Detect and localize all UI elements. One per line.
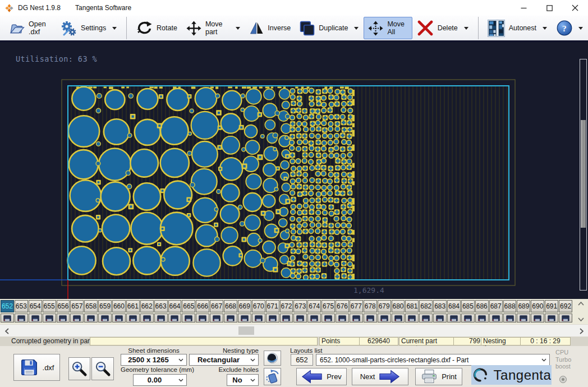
hscroll-thumb[interactable] xyxy=(238,326,254,335)
layout-save-button-668[interactable] xyxy=(224,314,237,322)
layout-id-button-687[interactable]: 687 xyxy=(489,300,503,312)
toolbar-button-move-part[interactable]: Move part xyxy=(182,17,234,39)
layout-id-button-657[interactable]: 657 xyxy=(70,300,84,312)
close-button[interactable] xyxy=(562,0,588,16)
layout-save-button-683[interactable] xyxy=(433,314,447,322)
layouts-number-field[interactable]: 652 xyxy=(291,354,313,366)
layout-id-button-681[interactable]: 681 xyxy=(405,300,419,312)
layout-id-button-671[interactable]: 671 xyxy=(266,300,279,312)
layout-id-button-685[interactable]: 685 xyxy=(461,300,475,312)
strip-scroll-up-button[interactable] xyxy=(578,302,584,306)
layout-id-button-675[interactable]: 675 xyxy=(321,300,335,312)
layout-save-button-688[interactable] xyxy=(503,314,517,322)
prev-button[interactable]: Prev xyxy=(296,368,347,385)
layout-id-button-669[interactable]: 669 xyxy=(238,300,251,312)
layout-save-button-673[interactable] xyxy=(293,314,307,322)
layouts-list-select[interactable]: 652. 1000-small-parts-circles-rectangles… xyxy=(316,354,550,366)
layout-save-button-684[interactable] xyxy=(447,314,461,322)
strip-scroll-down-button[interactable] xyxy=(578,317,584,321)
layout-save-button-655[interactable] xyxy=(43,314,56,322)
toolbar-button-inverse[interactable]: Inverse xyxy=(245,18,295,38)
view-sphere-button[interactable] xyxy=(264,351,281,366)
layout-id-button-691[interactable]: 691 xyxy=(545,300,558,312)
layout-id-button-684[interactable]: 684 xyxy=(447,300,461,312)
layout-id-button-674[interactable]: 674 xyxy=(307,300,321,312)
canvas-vscroll-thumb[interactable] xyxy=(581,120,586,228)
layout-id-button-670[interactable]: 670 xyxy=(252,300,265,312)
layout-save-button-670[interactable] xyxy=(252,314,265,322)
layout-save-button-675[interactable] xyxy=(321,314,335,322)
layout-save-button-672[interactable] xyxy=(280,314,293,322)
layout-id-button-661[interactable]: 661 xyxy=(126,300,140,312)
layout-id-button-686[interactable]: 686 xyxy=(475,300,489,312)
layout-save-button-657[interactable] xyxy=(70,314,84,322)
layout-save-button-669[interactable] xyxy=(238,314,251,322)
layout-save-button-652[interactable] xyxy=(1,314,14,322)
toolbar-button-autonest[interactable]: Autonest xyxy=(483,16,541,40)
layout-id-button-688[interactable]: 688 xyxy=(503,300,517,312)
layout-save-button-663[interactable] xyxy=(154,314,168,322)
layout-save-button-665[interactable] xyxy=(182,314,195,322)
layout-id-button-683[interactable]: 683 xyxy=(433,300,447,312)
toolbar-dropdown-delete[interactable] xyxy=(462,25,470,32)
toolbar-button-duplicate[interactable]: Duplicate xyxy=(295,17,352,39)
layout-save-button-664[interactable] xyxy=(168,314,182,322)
layout-save-button-689[interactable] xyxy=(517,314,530,322)
toolbar-button-settings[interactable]: Settings xyxy=(57,17,111,39)
layout-id-button-652[interactable]: 652 xyxy=(1,300,14,312)
layout-save-button-674[interactable] xyxy=(307,314,321,322)
minimize-button[interactable] xyxy=(511,0,536,16)
layout-id-button-672[interactable]: 672 xyxy=(280,300,293,312)
layout-save-button-687[interactable] xyxy=(489,314,503,322)
toolbar-dropdown-help-icon[interactable] xyxy=(577,25,585,32)
zoom-in-button[interactable] xyxy=(68,357,90,380)
layout-save-button-666[interactable] xyxy=(196,314,209,322)
layout-save-button-685[interactable] xyxy=(461,314,475,322)
toolbar-button-help-icon[interactable]: ? xyxy=(552,17,577,39)
layout-save-button-681[interactable] xyxy=(405,314,419,322)
layout-id-button-659[interactable]: 659 xyxy=(98,300,112,312)
cpu-turbo-boost-radio[interactable] xyxy=(559,376,567,383)
scroll-right-button[interactable] xyxy=(576,325,587,337)
layout-id-button-682[interactable]: 682 xyxy=(419,300,433,312)
layout-id-button-677[interactable]: 677 xyxy=(350,300,363,312)
layout-save-button-692[interactable] xyxy=(559,314,572,322)
layout-save-button-680[interactable] xyxy=(392,314,405,322)
layout-save-button-658[interactable] xyxy=(84,314,98,322)
layout-id-button-656[interactable]: 656 xyxy=(57,300,70,312)
rotate-sheet-button[interactable] xyxy=(264,368,281,385)
toolbar-button-open-dxf[interactable]: Open .dxf xyxy=(4,17,57,39)
layout-save-button-660[interactable] xyxy=(112,314,126,322)
maximize-button[interactable] xyxy=(536,0,562,16)
layout-save-button-682[interactable] xyxy=(419,314,433,322)
save-dxf-button[interactable]: .dxf xyxy=(13,354,60,381)
layout-id-button-690[interactable]: 690 xyxy=(531,300,544,312)
layout-save-button-653[interactable] xyxy=(15,314,28,322)
layout-id-button-673[interactable]: 673 xyxy=(293,300,307,312)
layout-save-button-662[interactable] xyxy=(140,314,154,322)
layout-save-button-690[interactable] xyxy=(531,314,544,322)
layout-save-button-678[interactable] xyxy=(364,314,377,322)
layout-id-button-664[interactable]: 664 xyxy=(168,300,182,312)
toolbar-dropdown-move-part[interactable] xyxy=(234,25,242,32)
nest-viewport[interactable] xyxy=(0,44,588,299)
layout-id-button-660[interactable]: 660 xyxy=(112,300,126,312)
layout-save-button-659[interactable] xyxy=(98,314,112,322)
layout-id-button-654[interactable]: 654 xyxy=(29,300,42,312)
layout-id-button-678[interactable]: 678 xyxy=(364,300,377,312)
layout-save-button-667[interactable] xyxy=(210,314,223,322)
layout-save-button-661[interactable] xyxy=(126,314,140,322)
layout-id-button-662[interactable]: 662 xyxy=(140,300,154,312)
canvas-vscrollbar[interactable] xyxy=(580,59,587,291)
layout-id-button-663[interactable]: 663 xyxy=(154,300,168,312)
layout-id-button-655[interactable]: 655 xyxy=(43,300,56,312)
toolbar-dropdown-settings[interactable] xyxy=(111,25,118,32)
zoom-out-button[interactable] xyxy=(91,357,114,380)
next-button[interactable]: Next xyxy=(352,368,408,385)
layout-save-button-686[interactable] xyxy=(475,314,489,322)
layout-save-button-671[interactable] xyxy=(266,314,279,322)
layout-id-button-689[interactable]: 689 xyxy=(517,300,530,312)
toolbar-button-rotate[interactable]: Rotate xyxy=(131,17,182,39)
exclude-holes-select[interactable]: No xyxy=(227,374,259,386)
toolbar-button-move-all[interactable]: Move All xyxy=(364,17,412,39)
